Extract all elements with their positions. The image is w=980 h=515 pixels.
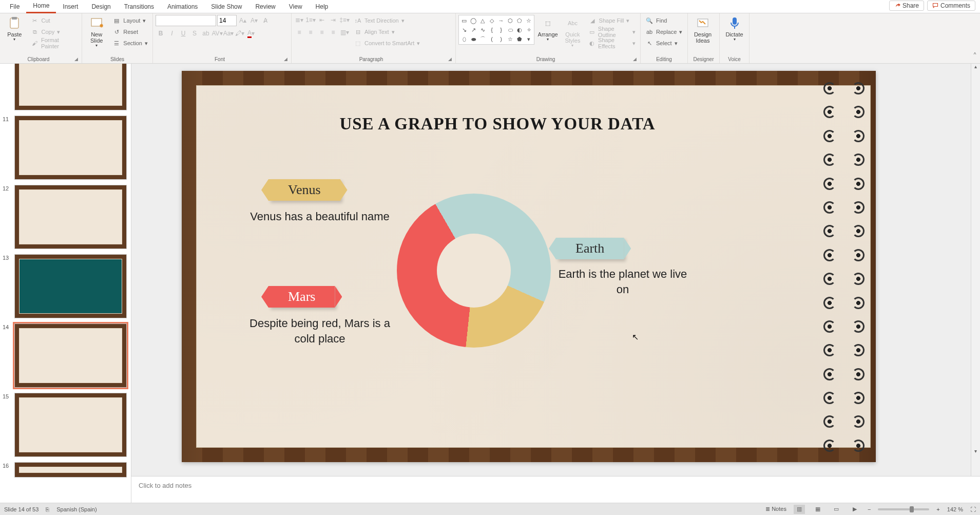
italic-button[interactable]: I: [167, 28, 177, 39]
ribbon-tabs: File Home Insert Design Transitions Anim…: [0, 0, 980, 13]
align-text-button[interactable]: ⊟Align Text ▾: [352, 26, 422, 37]
desc-earth[interactable]: Earth is the planet we live on: [551, 266, 695, 297]
shape-fill-button[interactable]: ◢Shape Fill ▾: [586, 15, 638, 26]
arrange-button[interactable]: ⬚Arrange▾: [536, 15, 559, 52]
font-name-combo[interactable]: [156, 15, 216, 26]
clipboard-dialog-launcher[interactable]: ◢: [74, 56, 78, 62]
language-status[interactable]: Spanish (Spain): [56, 506, 97, 512]
drawing-dialog-launcher[interactable]: ◢: [633, 56, 637, 62]
sorter-view-button[interactable]: ▦: [812, 505, 823, 514]
slide-thumb-13[interactable]: 13: [14, 254, 127, 318]
grow-font-button[interactable]: A▴: [238, 15, 248, 26]
comments-button[interactable]: Comments: [927, 1, 975, 11]
replace-icon: ab: [645, 28, 654, 36]
text-direction-button[interactable]: ↕AText Direction ▾: [352, 15, 422, 26]
notes-toggle[interactable]: ≣ Notes: [765, 506, 786, 512]
indent-decrease-button[interactable]: ⇤: [317, 15, 327, 25]
zoom-slider[interactable]: [878, 508, 929, 510]
clear-format-button[interactable]: A̷: [260, 15, 271, 26]
desc-venus[interactable]: Venus has a beautiful name: [248, 209, 392, 224]
reset-button[interactable]: ↺Reset: [110, 26, 150, 37]
strike-button[interactable]: S: [189, 28, 200, 39]
shape-gallery[interactable]: ▭◯△◇→⬡⬠☆ ↘↗∿{}⬭◐✧ ⬯⬬⌒()☆⬟▾: [458, 15, 534, 45]
shadow-button[interactable]: ab: [201, 28, 211, 39]
donut-chart[interactable]: [397, 194, 551, 348]
label-venus[interactable]: Venus: [268, 179, 340, 201]
copy-button[interactable]: ⧉Copy ▾: [29, 26, 79, 37]
dictate-button[interactable]: Dictate▾: [722, 15, 746, 52]
tab-slideshow[interactable]: Slide Show: [204, 1, 248, 13]
notes-pane[interactable]: Click to add notes: [131, 476, 980, 503]
tab-insert[interactable]: Insert: [56, 1, 85, 13]
find-button[interactable]: 🔍Find: [643, 15, 684, 26]
zoom-out-button[interactable]: −: [868, 506, 871, 512]
spell-check-icon[interactable]: ⎘: [46, 506, 49, 512]
slide-thumb-12[interactable]: 12: [14, 185, 127, 249]
font-size-combo[interactable]: [217, 15, 237, 26]
label-mars[interactable]: Mars: [268, 286, 335, 308]
slide-thumb-11[interactable]: 11: [14, 116, 127, 180]
tab-transitions[interactable]: Transitions: [118, 1, 161, 13]
scroll-up-button[interactable]: ▴: [971, 64, 980, 73]
font-dialog-launcher[interactable]: ◢: [284, 56, 287, 62]
tab-view[interactable]: View: [282, 1, 309, 13]
reading-view-button[interactable]: ▭: [831, 505, 842, 514]
quick-styles-button[interactable]: AbcQuick Styles▾: [561, 15, 584, 52]
tab-help[interactable]: Help: [309, 1, 335, 13]
align-right-button[interactable]: ≡: [317, 27, 327, 37]
tab-design[interactable]: Design: [85, 1, 117, 13]
line-spacing-button[interactable]: ‡≡▾: [339, 15, 350, 25]
bold-button[interactable]: B: [156, 28, 166, 39]
thumbnail-pane[interactable]: 10 11 12 13 14 15 16: [0, 64, 131, 503]
section-button[interactable]: ☰Section ▾: [110, 37, 150, 49]
fit-window-button[interactable]: ⛶: [970, 506, 976, 512]
paragraph-dialog-launcher[interactable]: ◢: [448, 56, 452, 62]
underline-button[interactable]: U: [178, 28, 188, 39]
scroll-down-button[interactable]: ▾: [971, 448, 980, 457]
tab-animations[interactable]: Animations: [161, 1, 204, 13]
slide-thumb-10[interactable]: 10: [14, 64, 127, 110]
tab-review[interactable]: Review: [248, 1, 282, 13]
tab-file[interactable]: File: [3, 1, 26, 13]
numbering-button[interactable]: 1≡▾: [305, 15, 316, 25]
change-case-button[interactable]: Aa▾: [223, 28, 234, 39]
indent-increase-button[interactable]: ⇥: [328, 15, 338, 25]
format-painter-button[interactable]: 🖌Format Painter: [29, 37, 79, 49]
collapse-ribbon-button[interactable]: ˄: [970, 13, 980, 63]
align-left-button[interactable]: ≡: [294, 27, 304, 37]
share-button[interactable]: Share: [889, 1, 924, 11]
paste-button[interactable]: Paste▾: [3, 15, 27, 52]
normal-view-button[interactable]: ▥: [794, 505, 805, 514]
tab-home[interactable]: Home: [26, 0, 56, 13]
slideshow-view-button[interactable]: ▶: [849, 505, 860, 514]
char-spacing-button[interactable]: AV▾: [212, 28, 222, 39]
cut-button[interactable]: ✂Cut: [29, 15, 79, 26]
vertical-scrollbar[interactable]: ▴ ▾: [971, 64, 980, 476]
shape-effects-button[interactable]: ◐Shape Effects ▾: [586, 37, 638, 49]
bullets-button[interactable]: ≣▾: [294, 15, 304, 25]
select-button[interactable]: ↖Select ▾: [643, 37, 684, 49]
shrink-font-button[interactable]: A▾: [249, 15, 259, 26]
paste-icon: [7, 16, 22, 30]
layout-button[interactable]: ▤Layout ▾: [110, 15, 150, 26]
shape-outline-button[interactable]: ▭Shape Outline ▾: [586, 26, 638, 37]
slide-thumb-16[interactable]: 16: [14, 462, 127, 478]
zoom-value[interactable]: 142 %: [947, 506, 963, 512]
columns-button[interactable]: ▥▾: [339, 27, 350, 37]
label-earth[interactable]: Earth: [556, 238, 624, 259]
highlight-button[interactable]: 🖍▾: [235, 28, 245, 39]
zoom-in-button[interactable]: +: [936, 506, 939, 512]
justify-button[interactable]: ≡: [328, 27, 338, 37]
desc-mars[interactable]: Despite being red, Mars is a cold place: [248, 316, 392, 346]
slide-canvas[interactable]: USE A GRAPH TO SHOW YOUR DATA Venus Venu…: [182, 71, 876, 462]
smartart-button[interactable]: ⬚Convert to SmartArt ▾: [352, 37, 422, 49]
new-slide-button[interactable]: ✸ New Slide▾: [85, 15, 108, 52]
slide-thumb-14[interactable]: 14: [14, 323, 127, 388]
design-ideas-button[interactable]: Design Ideas: [690, 15, 715, 52]
slide-editor[interactable]: USE A GRAPH TO SHOW YOUR DATA Venus Venu…: [131, 64, 980, 503]
slide-title[interactable]: USE A GRAPH TO SHOW YOUR DATA: [197, 115, 798, 133]
replace-button[interactable]: abReplace ▾: [643, 26, 684, 37]
slide-thumb-15[interactable]: 15: [14, 393, 127, 457]
font-color-button[interactable]: A▾: [246, 28, 256, 39]
align-center-button[interactable]: ≡: [305, 27, 316, 37]
